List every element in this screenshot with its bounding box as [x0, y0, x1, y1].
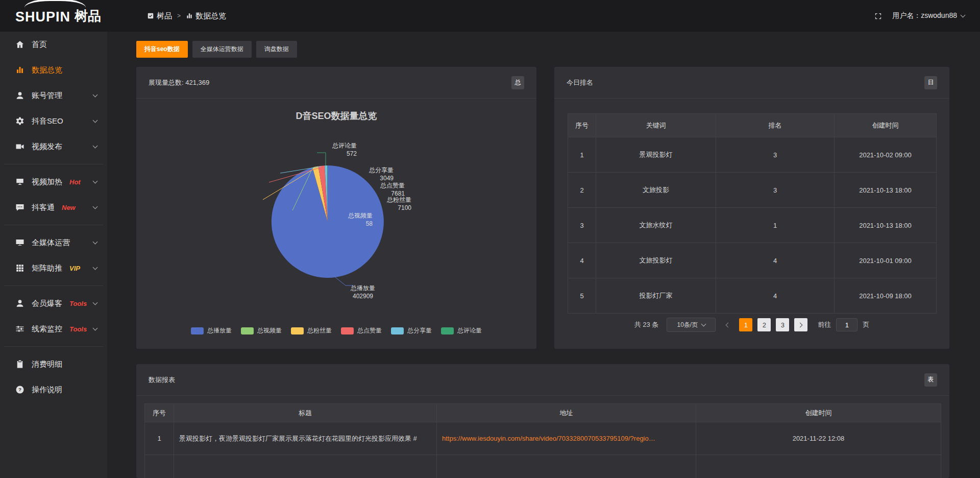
pie-label-value: 58 — [348, 220, 373, 228]
chat-icon — [15, 203, 24, 212]
pie-chart: D音SEO数据量总览 总播放量402909总视频量58总粉丝量7100总点赞量7… — [136, 99, 536, 349]
chevron-left-icon — [726, 322, 731, 327]
sidebar-item-account-manage[interactable]: 账号管理 — [0, 83, 107, 108]
sidebar-item-consume-detail[interactable]: 消费明细 — [0, 351, 107, 377]
app-icon — [147, 12, 154, 19]
sidebar-item-operation-guide[interactable]: ?操作说明 — [0, 377, 107, 402]
day-badge-button[interactable]: 日 — [924, 76, 937, 89]
ranking-panel-header: 今日排名 日 — [554, 67, 949, 99]
video-link[interactable]: https://www.iesdouyin.com/share/video/70… — [442, 435, 655, 442]
table-badge-button[interactable]: 表 — [924, 373, 937, 387]
pie-label-value: 572 — [332, 150, 357, 158]
legend-label: 总分享量 — [407, 326, 432, 335]
table-cell — [696, 455, 941, 478]
pie-label-总评论量: 总评论量572 — [332, 141, 357, 158]
chevron-down-icon — [93, 265, 98, 270]
legend-item-总视频量[interactable]: 总视频量 — [241, 326, 282, 335]
column-header: 创建时间 — [696, 404, 941, 422]
column-header: 地址 — [437, 404, 696, 422]
sidebar-item-matrix-boost[interactable]: 矩阵助推VIP — [0, 255, 107, 281]
table-cell: 3 — [568, 208, 596, 243]
menu-tag: Hot — [69, 178, 81, 186]
table-cell: 1 — [716, 208, 835, 243]
breadcrumb-item-data-overview[interactable]: 数据总览 — [186, 11, 226, 21]
total-badge-button[interactable]: 总 — [511, 76, 524, 89]
clipboard-icon — [15, 360, 24, 369]
table-cell: 1 — [145, 422, 174, 455]
username-label: 用户名：zswodun88 — [892, 11, 957, 20]
page-button-2[interactable]: 2 — [757, 318, 771, 331]
goto-page-input[interactable] — [836, 318, 857, 331]
video-camera-icon — [15, 142, 24, 151]
chevron-down-icon — [701, 321, 706, 326]
chart-panel-header: 展现量总数: 421,369 总 — [136, 67, 536, 99]
monitor-icon — [15, 238, 24, 247]
report-panel-title: 数据报表 — [149, 375, 175, 385]
table-cell: 文旅水纹灯 — [596, 208, 716, 243]
page-size-select[interactable]: 10条/页 — [667, 318, 716, 332]
sidebar: 首页数据总览账号管理抖音SEO视频发布视频加热Hot抖客通New全媒体运营矩阵助… — [0, 32, 107, 478]
sidebar-item-label: 矩阵助推 — [32, 264, 62, 273]
table-cell: 4 — [716, 278, 835, 314]
user-icon — [15, 91, 24, 100]
chevron-down-icon — [93, 117, 98, 123]
sidebar-item-douketong[interactable]: 抖客通New — [0, 195, 107, 220]
next-page-button[interactable] — [794, 318, 807, 331]
sidebar-item-douyin-seo[interactable]: 抖音SEO — [0, 108, 107, 134]
report-panel: 数据报表 表 序号标题地址创建时间1景观投影灯，夜游景观投影灯厂家展示展示落花灯… — [136, 364, 949, 478]
page-button-1[interactable]: 1 — [739, 318, 752, 331]
prev-page-button[interactable] — [721, 318, 734, 331]
table-cell — [145, 455, 174, 478]
fullscreen-icon[interactable] — [874, 12, 882, 20]
sidebar-item-label: 会员爆客 — [32, 299, 62, 308]
tab-1[interactable]: 全媒体运营数据 — [192, 41, 252, 58]
goto-suffix: 页 — [863, 320, 869, 329]
pie-label-name: 总点赞量 — [380, 181, 405, 189]
sidebar-item-video-publish[interactable]: 视频发布 — [0, 134, 107, 159]
chart-bar-icon — [15, 65, 24, 75]
pie-label-name: 总播放量 — [351, 284, 375, 292]
sidebar-item-label: 消费明细 — [32, 360, 62, 369]
sidebar-item-label: 线索监控 — [32, 324, 62, 334]
table-row: 1景观投影灯32021-10-02 09:00 — [568, 137, 937, 173]
sidebar-item-video-heat[interactable]: 视频加热Hot — [0, 169, 107, 195]
tab-0[interactable]: 抖音seo数据 — [136, 41, 188, 58]
page-buttons: 123 — [739, 318, 789, 331]
legend-swatch — [341, 327, 354, 334]
chevron-down-icon — [93, 178, 98, 183]
sidebar-item-data-overview[interactable]: 数据总览 — [0, 57, 107, 83]
tab-2[interactable]: 询盘数据 — [256, 41, 297, 58]
chevron-down-icon — [93, 325, 98, 330]
menu-tag: Tools — [69, 325, 87, 333]
column-header: 序号 — [145, 404, 174, 422]
table-cell: 2021-10-09 18:00 — [835, 278, 937, 314]
label-line-总评论量 — [317, 153, 326, 165]
legend-item-总分享量[interactable]: 总分享量 — [391, 326, 432, 335]
pie-label-name: 总视频量 — [348, 211, 373, 220]
table-cell: 3 — [716, 173, 835, 208]
pie-label-总分享量: 总分享量3049 — [369, 166, 394, 182]
sidebar-item-home[interactable]: 首页 — [0, 32, 107, 57]
chevron-down-icon — [93, 239, 98, 244]
sidebar-item-media-operation[interactable]: 全媒体运营 — [0, 230, 107, 255]
pie-label-总点赞量: 总点赞量7681 — [380, 181, 405, 198]
pie-label-value: 402909 — [351, 292, 375, 300]
table-cell: 1 — [568, 137, 596, 173]
sidebar-item-label: 视频加热 — [32, 177, 62, 187]
menu-tag: Tools — [69, 300, 87, 307]
breadcrumb-item-shupin[interactable]: 树品 — [147, 11, 172, 21]
chevron-down-icon — [93, 300, 98, 305]
legend-item-总点赞量[interactable]: 总点赞量 — [341, 326, 382, 335]
legend-item-总播放量[interactable]: 总播放量 — [191, 326, 232, 335]
sidebar-nav: 首页数据总览账号管理抖音SEO视频发布视频加热Hot抖客通New全媒体运营矩阵助… — [0, 32, 107, 402]
sidebar-item-member-baoke[interactable]: 会员爆客Tools — [0, 291, 107, 316]
legend-item-总粉丝量[interactable]: 总粉丝量 — [291, 326, 332, 335]
chevron-down-icon — [961, 12, 966, 17]
gear-icon — [15, 116, 24, 126]
page-button-3[interactable]: 3 — [776, 318, 789, 331]
user-menu[interactable]: 用户名：zswodun88 — [892, 11, 965, 20]
sidebar-item-clue-monitor[interactable]: 线索监控Tools — [0, 316, 107, 342]
sidebar-divider — [4, 225, 103, 225]
report-panel-header: 数据报表 表 — [136, 364, 949, 396]
legend-item-总评论量[interactable]: 总评论量 — [441, 326, 482, 335]
